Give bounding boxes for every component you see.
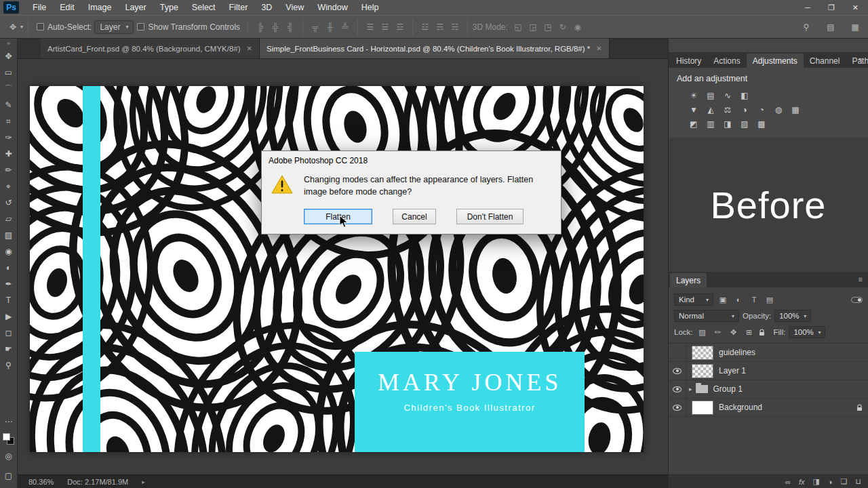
3d-rotate-icon[interactable]: ◱ bbox=[511, 20, 526, 34]
delete-layer-icon[interactable]: ⊔ bbox=[855, 477, 861, 486]
document-tab-businesscard[interactable]: Simple_FrontBusiness Card - Horizontal.p… bbox=[260, 39, 610, 58]
shape-tool-icon[interactable]: ◻ bbox=[1, 325, 17, 341]
layer-row-background[interactable]: Background bbox=[669, 399, 868, 417]
opacity-dropdown[interactable]: 100% ▾ bbox=[774, 310, 811, 322]
adjustment-posterize-icon[interactable]: ▥ bbox=[703, 117, 718, 130]
lasso-tool-icon[interactable]: ⌒ bbox=[1, 81, 17, 97]
flatten-button[interactable]: Flatten bbox=[304, 209, 372, 224]
menu-help[interactable]: Help bbox=[355, 1, 386, 14]
menu-type[interactable]: Type bbox=[153, 1, 185, 14]
adjustment-black-white-icon[interactable]: ◑ bbox=[737, 103, 752, 116]
spot-healing-tool-icon[interactable]: ✚ bbox=[1, 146, 17, 162]
kind-filter-dropdown[interactable]: Kind ▾ bbox=[674, 293, 713, 306]
visibility-cell[interactable] bbox=[669, 399, 686, 416]
screen-mode-icon[interactable]: ▢ bbox=[1, 468, 17, 484]
foreground-color-swatch[interactable] bbox=[3, 433, 10, 441]
align-center-horizontal-icon[interactable]: ╬ bbox=[268, 20, 283, 34]
menu-3d[interactable]: 3D bbox=[254, 1, 279, 14]
filter-toggle-switch[interactable] bbox=[851, 297, 863, 303]
adjustment-invert-icon[interactable]: ◩ bbox=[686, 117, 701, 130]
adjustment-color-lookup-icon[interactable]: ▦ bbox=[788, 103, 803, 116]
tab-channel[interactable]: Channel bbox=[804, 54, 846, 68]
tab-layers[interactable]: Layers bbox=[670, 273, 707, 287]
layer-name[interactable]: Background bbox=[719, 403, 762, 412]
align-top-icon[interactable]: ╦ bbox=[308, 20, 323, 34]
3d-scale-icon[interactable]: ◉ bbox=[570, 20, 585, 34]
lock-position-icon[interactable]: ✥ bbox=[728, 327, 740, 338]
layer-name[interactable]: Layer 1 bbox=[719, 366, 746, 375]
lock-transparency-icon[interactable]: ▨ bbox=[696, 327, 709, 338]
visibility-cell[interactable] bbox=[669, 362, 686, 380]
fill-dropdown[interactable]: 100% ▾ bbox=[789, 326, 825, 338]
distribute-center-icon[interactable]: ☴ bbox=[433, 20, 448, 34]
menu-select[interactable]: Select bbox=[185, 1, 222, 14]
adjustment-color-balance-icon[interactable]: ⚖ bbox=[720, 103, 735, 116]
menu-window[interactable]: Window bbox=[311, 1, 354, 14]
layer-thumbnail[interactable] bbox=[692, 346, 713, 360]
layer-style-icon[interactable]: fx bbox=[799, 478, 805, 486]
layer-row-guidelines[interactable]: guidelines bbox=[669, 344, 868, 362]
filter-adjustment-layers-icon[interactable]: ◐ bbox=[732, 294, 745, 306]
adjustment-threshold-icon[interactable]: ◨ bbox=[720, 117, 735, 130]
lock-artboard-icon[interactable]: ⊞ bbox=[743, 327, 755, 338]
3d-slide-icon[interactable]: ↻ bbox=[555, 20, 570, 34]
tool-preset-caret-icon[interactable]: ▾ bbox=[20, 24, 23, 30]
adjustment-photo-filter-icon[interactable]: ◔ bbox=[754, 103, 769, 116]
align-bottom-icon[interactable]: ╩ bbox=[338, 20, 353, 34]
distribute-top-icon[interactable]: ☰ bbox=[363, 20, 378, 34]
menu-filter[interactable]: Filter bbox=[222, 1, 255, 14]
document-tab-artistcard[interactable]: ArtistCard_Front.psd @ 80.4% (Background… bbox=[41, 39, 260, 58]
filter-shape-layers-icon[interactable]: ▤ bbox=[764, 294, 776, 306]
adjustment-brightness-contrast-icon[interactable]: ☀ bbox=[686, 89, 701, 102]
distribute-left-icon[interactable]: ☳ bbox=[418, 20, 433, 34]
auto-select-dropdown[interactable]: Layer ▾ bbox=[94, 20, 134, 34]
menu-edit[interactable]: Edit bbox=[53, 1, 81, 14]
eye-icon[interactable] bbox=[673, 368, 682, 374]
dont-flatten-button[interactable]: Don't Flatten bbox=[456, 209, 524, 224]
path-selection-tool-icon[interactable]: ▶ bbox=[1, 308, 17, 325]
link-layers-icon[interactable]: ∞ bbox=[785, 478, 791, 486]
align-left-icon[interactable]: ╠ bbox=[253, 20, 268, 34]
move-tool-icon[interactable]: ✥ bbox=[1, 48, 17, 64]
show-transform-checkbox[interactable] bbox=[137, 23, 144, 30]
new-adjustment-layer-icon[interactable]: ◑ bbox=[828, 478, 833, 486]
eraser-tool-icon[interactable]: ▱ bbox=[1, 211, 17, 227]
minimize-button[interactable]: ─ bbox=[805, 3, 810, 12]
distribute-right-icon[interactable]: ☵ bbox=[448, 20, 462, 34]
brush-tool-icon[interactable]: ✏ bbox=[1, 162, 17, 178]
hand-tool-icon[interactable]: ☛ bbox=[1, 341, 17, 357]
adjustment-channel-mixer-icon[interactable]: ◍ bbox=[771, 103, 786, 116]
blur-tool-icon[interactable]: ◉ bbox=[1, 243, 17, 260]
zoom-tool-icon[interactable]: ⚲ bbox=[1, 357, 17, 373]
adjustment-gradient-map-icon[interactable]: ▨ bbox=[737, 117, 752, 130]
lock-all-icon[interactable] bbox=[759, 329, 765, 336]
history-brush-tool-icon[interactable]: ↺ bbox=[1, 195, 17, 211]
color-swatches[interactable] bbox=[3, 433, 14, 445]
tab-adjustments[interactable]: Adjustments bbox=[747, 54, 804, 68]
adjustment-exposure-icon[interactable]: ◧ bbox=[737, 89, 752, 102]
adjustment-vibrance-icon[interactable]: ▼ bbox=[686, 103, 701, 116]
eye-icon[interactable] bbox=[673, 386, 682, 392]
distribute-bottom-icon[interactable]: ☲ bbox=[393, 20, 408, 34]
layer-name[interactable]: Group 1 bbox=[713, 384, 743, 394]
3d-roll-icon[interactable]: ◲ bbox=[526, 20, 540, 34]
rectangular-marquee-tool-icon[interactable]: ▭ bbox=[1, 64, 17, 81]
maximize-button[interactable]: ❐ bbox=[828, 3, 835, 12]
gradient-tool-icon[interactable]: ▧ bbox=[1, 227, 17, 243]
visibility-cell[interactable] bbox=[669, 380, 686, 398]
adjustment-curves-icon[interactable]: ∿ bbox=[720, 89, 735, 102]
adjustment-levels-icon[interactable]: ▤ bbox=[703, 89, 718, 102]
layer-thumbnail[interactable] bbox=[692, 364, 713, 378]
adjustment-selective-color-icon[interactable]: ▩ bbox=[754, 117, 769, 130]
menu-file[interactable]: File bbox=[26, 1, 53, 14]
tab-close-icon[interactable]: ✕ bbox=[247, 45, 252, 52]
auto-select-checkbox[interactable] bbox=[37, 23, 44, 30]
filter-pixel-layers-icon[interactable]: ▣ bbox=[717, 294, 729, 306]
tab-history[interactable]: History bbox=[670, 54, 707, 68]
tab-actions[interactable]: Actions bbox=[707, 54, 746, 68]
dodge-tool-icon[interactable]: ◐ bbox=[1, 260, 17, 276]
layer-thumbnail[interactable] bbox=[692, 401, 713, 415]
menu-view[interactable]: View bbox=[279, 1, 311, 14]
eyedropper-tool-icon[interactable]: ✑ bbox=[1, 129, 17, 146]
blend-mode-dropdown[interactable]: Normal ▾ bbox=[674, 310, 739, 322]
